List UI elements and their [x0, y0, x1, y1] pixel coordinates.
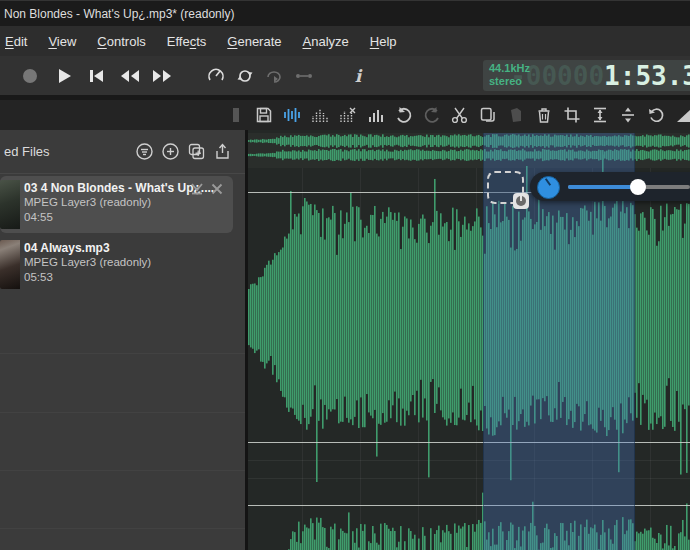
bars-view-button[interactable] — [367, 106, 385, 124]
filter-icon[interactable] — [136, 143, 153, 160]
gain-slider[interactable] — [568, 185, 690, 189]
file-format: MPEG Layer3 (readonly) — [24, 195, 224, 210]
fast-forward-icon — [152, 69, 172, 83]
redo-button[interactable] — [423, 106, 441, 124]
file-title: 04 Always.mp3 — [24, 241, 224, 255]
time-counter: -000001:53.3 — [510, 61, 690, 91]
toolbar-grip[interactable] — [233, 108, 239, 122]
playback-speed-icon — [207, 67, 225, 85]
info-button[interactable]: i — [346, 56, 370, 95]
files-sidebar: ed Files 03 4 Non Blondes - What's Up¿..… — [0, 130, 245, 550]
record-icon — [22, 68, 38, 84]
window-title: Non Blondes - What's Up¿.mp3* (readonly) — [0, 7, 234, 21]
loop-icon — [236, 68, 254, 84]
anchor-file-icon[interactable] — [191, 183, 203, 195]
copy-button[interactable] — [479, 106, 497, 124]
file-item-1[interactable]: 03 4 Non Blondes - What's Up¿.... MPEG L… — [0, 176, 233, 233]
file-duration: 04:55 — [24, 210, 224, 225]
album-art-2 — [0, 240, 20, 289]
spectrogram-view-button[interactable] — [311, 106, 329, 124]
revert-button[interactable] — [647, 106, 665, 124]
file-item-2[interactable]: 04 Always.mp3 MPEG Layer3 (readonly) 05:… — [0, 236, 233, 293]
fit-vertical-button[interactable] — [591, 106, 609, 124]
add-file-icon[interactable] — [162, 143, 179, 160]
cut-button[interactable] — [451, 106, 469, 124]
save-button[interactable] — [255, 106, 273, 124]
duplicate-file-icon[interactable] — [188, 143, 205, 160]
repeat-button[interactable] — [262, 56, 286, 95]
fast-forward-button[interactable] — [150, 56, 174, 95]
menu-effects[interactable]: Effects — [160, 34, 214, 49]
playback-speed-button[interactable] — [204, 56, 228, 95]
play-icon — [57, 68, 72, 84]
delete-button[interactable] — [535, 106, 553, 124]
skip-start-button[interactable] — [84, 56, 108, 95]
menu-generate[interactable]: Generate — [220, 34, 288, 49]
empty-row-divider — [0, 412, 245, 413]
knob-icon — [516, 196, 526, 206]
rewind-icon — [120, 69, 140, 83]
close-file-icon[interactable] — [211, 183, 223, 195]
menu-controls[interactable]: Controls — [90, 34, 152, 49]
main-content: ed Files 03 4 Non Blondes - What's Up¿..… — [0, 130, 690, 550]
marker-link-icon — [295, 71, 313, 81]
time-dim-digits: -00000 — [510, 61, 604, 91]
menu-analyze[interactable]: Analyze — [296, 34, 356, 49]
titlebar: Non Blondes - What's Up¿.mp3* (readonly) — [0, 0, 690, 27]
album-art-1 — [0, 180, 20, 229]
empty-row-divider — [0, 528, 245, 529]
file-format: MPEG Layer3 (readonly) — [24, 255, 224, 270]
menu-edit[interactable]: Edit — [0, 34, 34, 49]
marker-link-button[interactable] — [292, 56, 316, 95]
app-window: Non Blondes - What's Up¿.mp3* (readonly)… — [0, 0, 690, 550]
sidebar-title: ed Files — [4, 144, 50, 159]
gain-knob-icon[interactable] — [537, 176, 560, 199]
gain-slider-fill — [568, 185, 638, 189]
empty-row-divider — [0, 470, 245, 471]
rewind-button[interactable] — [118, 56, 142, 95]
menu-view[interactable]: View — [41, 34, 83, 49]
empty-row-divider — [0, 353, 245, 354]
file-duration: 05:53 — [24, 270, 224, 285]
fade-ramp-button[interactable] — [675, 106, 690, 124]
info-icon: i — [355, 66, 361, 86]
gain-slider-handle[interactable] — [630, 179, 646, 195]
toolbar — [0, 100, 690, 130]
record-button[interactable] — [18, 56, 42, 95]
loop-button[interactable] — [233, 56, 257, 95]
play-button[interactable] — [52, 56, 76, 95]
volume-overlay — [530, 172, 690, 201]
selection-knob-badge — [513, 193, 529, 209]
transport-bar: i 44.1kHz stereo -000001:53.3 — [0, 56, 690, 95]
selection-tool-button[interactable] — [487, 171, 524, 204]
menu-help[interactable]: Help — [363, 34, 404, 49]
sidebar-header: ed Files — [0, 130, 245, 174]
skip-start-icon — [89, 69, 104, 83]
menubar: Edit View Controls Effects Generate Anal… — [0, 26, 690, 56]
trim-button[interactable] — [563, 106, 581, 124]
repeat-icon — [265, 68, 283, 84]
time-display: 44.1kHz stereo -000001:53.3 — [483, 60, 690, 91]
export-file-icon[interactable] — [214, 143, 231, 160]
spectral-edit-view-button[interactable] — [339, 106, 357, 124]
fit-channels-button[interactable] — [619, 106, 637, 124]
undo-button[interactable] — [395, 106, 413, 124]
waveform-panel — [248, 130, 690, 550]
paste-button[interactable] — [507, 106, 525, 124]
waveform-view-button[interactable] — [283, 106, 301, 124]
time-value: 1:53.3 — [604, 61, 690, 91]
